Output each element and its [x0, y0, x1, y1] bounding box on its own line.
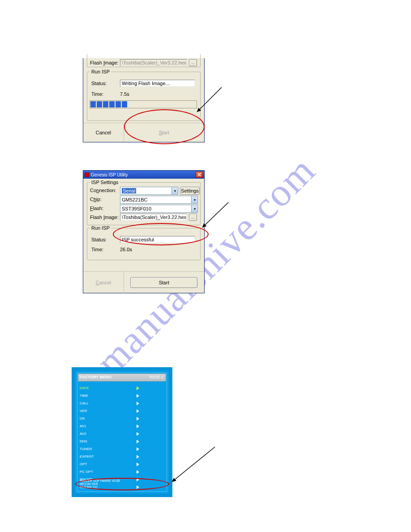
osd-footer: SCALER SOFTWARE V0.00 MICOM VER: [80, 479, 164, 490]
osd-list: DATE TIME CALL VER OK AV1 AV2 DNS TUNER …: [80, 384, 164, 491]
chevron-down-icon: ▾: [191, 205, 197, 212]
progress-seg: [103, 101, 108, 107]
osd-page: PAGE 1: [149, 375, 163, 379]
osd-row[interactable]: TIME: [80, 392, 164, 399]
status-field-2: ISP successful: [120, 236, 195, 243]
group-run-isp: Run ISP: [87, 72, 201, 121]
start-button-2[interactable]: Start: [130, 277, 197, 288]
osd-row[interactable]: DNS: [80, 438, 164, 445]
triangle-right-icon: [137, 455, 139, 459]
dialog-isp-utility: Genesis ISP Utility ISP Settings Connect…: [83, 170, 205, 293]
triangle-right-icon: [137, 425, 139, 428]
label-status: Status:: [91, 81, 107, 86]
cancel-button-2: Cancel: [96, 280, 111, 285]
triangle-right-icon: [137, 432, 139, 436]
cancel-slot: Cancel: [83, 123, 124, 142]
cancel-slot-2: Cancel: [83, 272, 124, 293]
dialog-isp-progress: Flash Image: \Toshiba(Scaler)_Ver3.22.he…: [83, 58, 205, 142]
app-icon: [85, 172, 89, 177]
browse-button[interactable]: ...: [189, 59, 197, 66]
triangle-right-icon: [137, 470, 139, 474]
button-bar-2: Cancel Start: [83, 271, 204, 293]
osd-row[interactable]: AV2: [80, 430, 164, 438]
osd-row[interactable]: PC OPT: [80, 468, 164, 476]
legend-isp-settings: ISP Settings: [90, 180, 120, 185]
triangle-right-icon: [137, 463, 139, 466]
label-connection: Connection:: [90, 188, 116, 193]
osd-row[interactable]: AV1: [80, 422, 164, 430]
label-time-2: Time:: [91, 247, 103, 252]
status-field: Writing Flash Image...: [120, 80, 195, 87]
combo-chip-value: GM5221BC: [122, 197, 147, 202]
osd-row[interactable]: VER: [80, 407, 164, 415]
osd-row[interactable]: OK: [80, 415, 164, 422]
progress-seg: [97, 101, 102, 107]
label-time: Time:: [91, 91, 103, 97]
osd-row[interactable]: TUNER: [80, 445, 164, 453]
chevron-down-icon: ▾: [191, 196, 197, 203]
label-status-2: Status:: [91, 237, 107, 242]
svg-line-2: [172, 447, 215, 482]
settings-button[interactable]: Settings: [180, 187, 200, 195]
input-flash-image-2[interactable]: \Toshiba(Scaler)_Ver3.22.hex: [120, 214, 187, 221]
title-bar: Genesis ISP Utility: [83, 171, 204, 179]
start-button: Start: [159, 130, 169, 135]
combo-flash[interactable]: SST39SF010 ▾: [120, 205, 198, 213]
triangle-right-icon: [137, 440, 139, 443]
title-text: Genesis ISP Utility: [91, 172, 128, 177]
progress-seg: [109, 101, 115, 107]
osd-row[interactable]: EXPERT: [80, 453, 164, 460]
osd-title: FACTORY MENU: [80, 375, 111, 379]
combo-chip[interactable]: GM5221BC ▾: [120, 196, 198, 204]
annotation-arrow-3: [166, 443, 219, 488]
close-button[interactable]: [196, 172, 203, 178]
browse-button-2[interactable]: ...: [189, 214, 197, 221]
combo-connection[interactable]: Serial ▾: [120, 187, 178, 195]
value-time-2: 26.0s: [120, 247, 132, 252]
progress-seg: [90, 101, 96, 107]
combo-connection-value: Serial: [122, 188, 136, 193]
triangle-right-icon: [137, 402, 139, 405]
start-slot: Start: [124, 123, 204, 142]
label-flash-image-2: Flash Image:: [90, 215, 119, 220]
label-flash: Flash:: [90, 206, 103, 211]
input-flash-image: \Toshiba(Scaler)_Ver3.22.hex: [120, 59, 187, 66]
start-slot-2: Start: [124, 272, 204, 293]
value-time: 7.5s: [120, 91, 129, 97]
group-run-isp-2: Run ISP: [87, 228, 201, 260]
mnemonic-i: I: [103, 60, 105, 65]
osd-row[interactable]: OPT: [80, 460, 164, 468]
legend-run-isp-2: Run ISP: [90, 225, 111, 231]
triangle-right-icon: [137, 417, 139, 420]
svg-line-1: [202, 202, 228, 227]
osd-factory-menu: FACTORY MENU PAGE 1 DATE TIME CALL VER O…: [72, 367, 172, 497]
osd-row[interactable]: DATE: [80, 384, 164, 392]
label-flash-image: Flash Image:: [90, 60, 119, 65]
osd-footer-1: SCALER SOFTWARE V0.00: [80, 479, 164, 482]
combo-flash-value: SST39SF010: [122, 206, 151, 211]
label-chip: Chip:: [90, 197, 102, 202]
osd-footer-2: MICOM VER: [80, 482, 164, 485]
progress-seg: [122, 101, 127, 107]
osd-row[interactable]: CALL: [80, 399, 164, 407]
triangle-right-icon: [137, 409, 139, 413]
progress-seg: [116, 101, 121, 107]
cancel-button[interactable]: Cancel: [96, 130, 111, 135]
progress-bar: [90, 100, 197, 108]
triangle-right-icon: [137, 386, 139, 390]
legend-run-isp: Run ISP: [90, 69, 111, 74]
chevron-down-icon: ▾: [171, 187, 178, 194]
triangle-right-icon: [137, 394, 139, 398]
button-bar: Cancel Start: [83, 123, 204, 142]
triangle-right-icon: [137, 447, 139, 451]
